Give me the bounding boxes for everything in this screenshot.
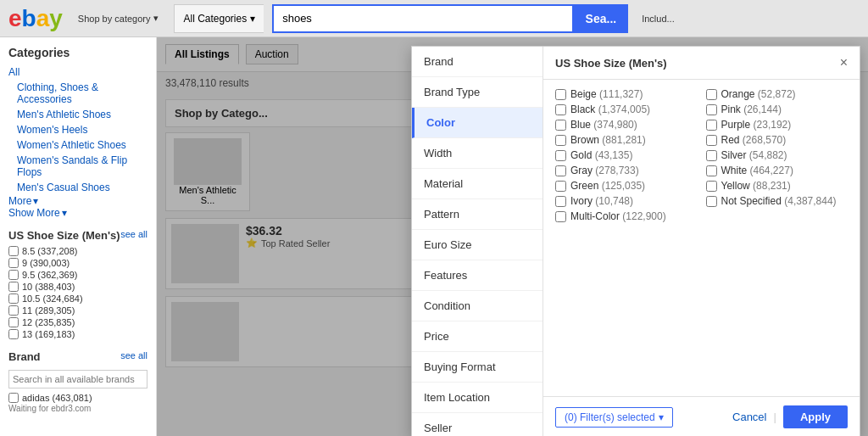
size-item-10: 10 (388,403) — [8, 281, 147, 293]
modal-inner: Brand Brand Type Color Width Material — [412, 47, 860, 436]
filter-item-brand[interactable]: Brand — [412, 47, 542, 77]
color-option-brown[interactable]: Brown (881,281) — [555, 134, 698, 146]
color-checkbox-pink[interactable] — [706, 104, 717, 115]
brand-search-input[interactable] — [8, 370, 147, 388]
show-more-button[interactable]: Show More ▾ — [8, 207, 147, 219]
color-option-green[interactable]: Green (125,035) — [555, 180, 698, 192]
color-checkbox-silver[interactable] — [706, 150, 717, 161]
sidebar-link-mens-casual[interactable]: Men's Casual Shoes — [17, 180, 147, 195]
size-checkbox-8-5[interactable] — [8, 246, 19, 256]
sidebar-link-clothing[interactable]: Clothing, Shoes & Accessories — [17, 80, 147, 107]
color-checkbox-green[interactable] — [555, 181, 566, 192]
color-checkbox-ivory[interactable] — [555, 196, 566, 207]
size-checkbox-9-5[interactable] — [8, 270, 19, 280]
size-checkbox-12[interactable] — [8, 317, 19, 327]
color-option-white[interactable]: White (464,227) — [706, 165, 849, 176]
color-checkbox-purple[interactable] — [706, 120, 717, 131]
filter-label-euro-size: Euro Size — [424, 238, 471, 251]
sidebar-link-womens-sandals[interactable]: Women's Sandals & Flip Flops — [17, 153, 147, 180]
size-item-9: 9 (390,003) — [8, 257, 147, 269]
color-option-red[interactable]: Red (268,570) — [706, 134, 849, 146]
color-option-gold[interactable]: Gold (43,135) — [555, 149, 698, 161]
search-input[interactable] — [272, 4, 573, 33]
color-option-purple[interactable]: Purple (23,192) — [706, 119, 849, 131]
more-label: More — [8, 195, 31, 207]
color-option-not-specified[interactable]: Not Specified (4,387,844) — [706, 195, 849, 207]
filter-item-euro-size[interactable]: Euro Size — [412, 230, 542, 260]
color-option-ivory[interactable]: Ivory (10,748) — [555, 195, 698, 207]
sidebar-link-womens-athletic[interactable]: Women's Athletic Shoes — [17, 137, 147, 153]
size-label-8-5: 8.5 (337,208) — [22, 246, 77, 256]
brand-see-all[interactable]: see all — [120, 350, 147, 361]
color-option-silver[interactable]: Silver (54,882) — [706, 149, 849, 161]
filter-label-brand: Brand — [424, 55, 453, 68]
color-checkbox-red[interactable] — [706, 135, 717, 146]
apply-button[interactable]: Apply — [783, 405, 848, 428]
size-label-9-5: 9.5 (362,369) — [22, 270, 77, 280]
size-checkbox-10[interactable] — [8, 282, 19, 292]
filter-item-price[interactable]: Price — [412, 321, 542, 352]
filter-label-color: Color — [426, 116, 455, 129]
filter-item-buying-format[interactable]: Buying Format — [412, 352, 542, 383]
shoe-size-see-all[interactable]: see all — [120, 229, 147, 239]
filter-item-pattern[interactable]: Pattern — [412, 199, 542, 230]
color-checkbox-orange[interactable] — [706, 89, 717, 100]
sidebar-link-all[interactable]: All — [8, 64, 147, 80]
filter-item-condition[interactable]: Condition — [412, 291, 542, 321]
filter-item-item-location[interactable]: Item Location — [412, 383, 542, 413]
color-checkbox-gray[interactable] — [555, 165, 566, 176]
logo-letter-y: y — [49, 5, 63, 32]
size-checkbox-10-5[interactable] — [8, 293, 19, 304]
color-checkbox-gold[interactable] — [555, 150, 566, 161]
search-button[interactable]: Sea... — [574, 4, 629, 33]
all-categories-dropdown[interactable]: All Categories ▾ — [174, 4, 264, 33]
color-option-black[interactable]: Black (1,374,005) — [555, 103, 698, 115]
color-checkbox-brown[interactable] — [555, 135, 566, 146]
size-checkbox-13[interactable] — [8, 329, 19, 339]
filter-options: Beige (111,327) Orange (52,872) Black (1… — [543, 80, 860, 396]
sidebar-link-mens-athletic[interactable]: Men's Athletic Shoes — [17, 107, 147, 122]
filter-label-features: Features — [424, 269, 467, 282]
sidebar-link-womens-heels[interactable]: Women's Heels — [17, 122, 147, 137]
waiting-label: Waiting for ebdr3.com — [8, 404, 147, 413]
color-label-black: Black (1,374,005) — [570, 103, 650, 115]
color-option-beige[interactable]: Beige (111,327) — [555, 88, 698, 100]
color-checkbox-black[interactable] — [555, 104, 566, 115]
color-label-green: Green (125,035) — [570, 180, 645, 192]
color-option-gray[interactable]: Gray (278,733) — [555, 165, 698, 176]
size-checkbox-11[interactable] — [8, 305, 19, 316]
size-checkbox-9[interactable] — [8, 258, 19, 268]
color-label-gray: Gray (278,733) — [570, 165, 639, 176]
color-option-yellow[interactable]: Yellow (88,231) — [706, 180, 849, 192]
filter-item-color[interactable]: Color — [412, 108, 542, 138]
filter-content: US Shoe Size (Men's) × Beige (111,327) O… — [543, 47, 860, 436]
filter-item-material[interactable]: Material — [412, 169, 542, 199]
size-item-8-5: 8.5 (337,208) — [8, 245, 147, 257]
color-checkbox-beige[interactable] — [555, 89, 566, 100]
shop-by-category-button[interactable]: Shop by category ▾ — [71, 13, 166, 24]
filter-item-seller[interactable]: Seller — [412, 413, 542, 436]
brand-checkbox-adidas[interactable] — [8, 393, 19, 403]
color-checkbox-multicolor[interactable] — [555, 211, 566, 222]
size-label-11: 11 (289,305) — [22, 305, 75, 316]
more-button[interactable]: More ▾ — [8, 195, 147, 207]
color-option-pink[interactable]: Pink (26,144) — [706, 103, 849, 115]
color-option-orange[interactable]: Orange (52,872) — [706, 88, 849, 100]
close-button[interactable]: × — [840, 55, 848, 70]
color-checkbox-not-specified[interactable] — [706, 196, 717, 207]
filter-item-features[interactable]: Features — [412, 260, 542, 291]
color-checkbox-blue[interactable] — [555, 120, 566, 131]
cancel-button[interactable]: Cancel — [732, 411, 766, 423]
filter-label-condition: Condition — [424, 299, 470, 312]
include-label: Includ... — [642, 14, 675, 24]
color-checkbox-yellow[interactable] — [706, 181, 717, 192]
color-option-multicolor[interactable]: Multi-Color (122,900) — [555, 210, 698, 222]
filter-item-brand-type[interactable]: Brand Type — [412, 77, 542, 108]
filter-modal-title: US Shoe Size (Men's) — [555, 57, 667, 70]
color-checkbox-white[interactable] — [706, 165, 717, 176]
logo-letter-a: a — [36, 5, 50, 32]
categories-title: Categories — [8, 46, 147, 59]
brand-section: see all Brand adidas (463,081) Waiting f… — [8, 350, 147, 413]
filter-item-width[interactable]: Width — [412, 138, 542, 169]
color-option-blue[interactable]: Blue (374,980) — [555, 119, 698, 131]
